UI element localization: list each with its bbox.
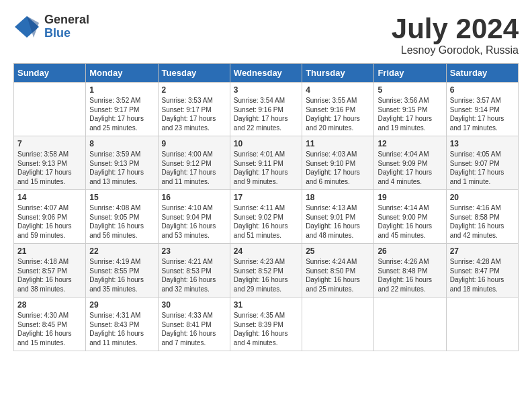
day-info: Sunrise: 4:04 AMSunset: 9:09 PMDaylight:… — [378, 150, 442, 186]
day-number: 31 — [234, 300, 298, 310]
calendar-table: SundayMondayTuesdayWednesdayThursdayFrid… — [13, 63, 519, 351]
day-number: 3 — [234, 85, 298, 95]
day-info: Sunrise: 3:56 AMSunset: 9:15 PMDaylight:… — [378, 96, 442, 132]
day-info: Sunrise: 4:19 AMSunset: 8:55 PMDaylight:… — [89, 257, 154, 293]
day-number: 17 — [234, 193, 298, 202]
day-number: 14 — [17, 193, 82, 202]
calendar-cell: 16 Sunrise: 4:10 AMSunset: 9:04 PMDaylig… — [158, 190, 230, 244]
day-number: 27 — [450, 246, 515, 256]
title-block: July 2024 Lesnoy Gorodok, Russia — [392, 13, 519, 56]
day-number: 22 — [89, 246, 154, 256]
header-day-saturday: Saturday — [446, 64, 518, 83]
day-number: 8 — [89, 139, 154, 148]
day-number: 5 — [378, 85, 442, 95]
day-number: 10 — [234, 139, 298, 148]
calendar-cell: 24 Sunrise: 4:23 AMSunset: 8:52 PMDaylig… — [230, 244, 302, 298]
calendar-cell: 1 Sunrise: 3:52 AMSunset: 9:17 PMDayligh… — [86, 83, 158, 136]
day-info: Sunrise: 4:03 AMSunset: 9:10 PMDaylight:… — [306, 150, 370, 186]
day-number: 18 — [306, 193, 370, 202]
calendar-cell: 18 Sunrise: 4:13 AMSunset: 9:01 PMDaylig… — [302, 190, 374, 244]
week-row-3: 14 Sunrise: 4:07 AMSunset: 9:06 PMDaylig… — [14, 190, 519, 244]
day-info: Sunrise: 3:57 AMSunset: 9:14 PMDaylight:… — [450, 96, 515, 132]
day-info: Sunrise: 4:28 AMSunset: 8:47 PMDaylight:… — [450, 257, 515, 293]
day-info: Sunrise: 4:26 AMSunset: 8:48 PMDaylight:… — [378, 257, 442, 293]
header-day-thursday: Thursday — [302, 64, 374, 83]
header-row: SundayMondayTuesdayWednesdayThursdayFrid… — [14, 64, 519, 83]
day-info: Sunrise: 4:35 AMSunset: 8:39 PMDaylight:… — [234, 311, 298, 347]
day-info: Sunrise: 4:07 AMSunset: 9:06 PMDaylight:… — [17, 203, 82, 240]
header-day-sunday: Sunday — [14, 64, 86, 83]
day-number: 2 — [162, 85, 226, 95]
location-title: Lesnoy Gorodok, Russia — [392, 44, 519, 56]
day-info: Sunrise: 4:13 AMSunset: 9:01 PMDaylight:… — [306, 203, 370, 240]
month-title: July 2024 — [392, 13, 519, 44]
day-number: 13 — [450, 139, 515, 148]
day-number: 28 — [17, 300, 82, 310]
day-number: 12 — [378, 139, 442, 148]
day-info: Sunrise: 3:58 AMSunset: 9:13 PMDaylight:… — [17, 150, 82, 186]
calendar-cell — [14, 83, 86, 136]
day-number: 16 — [162, 193, 226, 202]
day-info: Sunrise: 4:05 AMSunset: 9:07 PMDaylight:… — [450, 150, 515, 186]
day-info: Sunrise: 4:11 AMSunset: 9:02 PMDaylight:… — [234, 203, 298, 240]
calendar-cell: 13 Sunrise: 4:05 AMSunset: 9:07 PMDaylig… — [446, 136, 518, 190]
day-info: Sunrise: 3:53 AMSunset: 9:17 PMDaylight:… — [162, 96, 226, 132]
calendar-cell: 6 Sunrise: 3:57 AMSunset: 9:14 PMDayligh… — [446, 83, 518, 136]
calendar-cell: 20 Sunrise: 4:16 AMSunset: 8:58 PMDaylig… — [446, 190, 518, 244]
day-info: Sunrise: 4:00 AMSunset: 9:12 PMDaylight:… — [162, 150, 226, 186]
calendar-cell — [374, 298, 446, 351]
calendar-cell: 26 Sunrise: 4:26 AMSunset: 8:48 PMDaylig… — [374, 244, 446, 298]
day-number: 6 — [450, 85, 515, 95]
week-row-4: 21 Sunrise: 4:18 AMSunset: 8:57 PMDaylig… — [14, 244, 519, 298]
logo: General Blue — [13, 13, 89, 40]
day-info: Sunrise: 4:24 AMSunset: 8:50 PMDaylight:… — [306, 257, 370, 293]
calendar-cell — [446, 298, 518, 351]
day-number: 25 — [306, 246, 370, 256]
calendar-cell: 17 Sunrise: 4:11 AMSunset: 9:02 PMDaylig… — [230, 190, 302, 244]
calendar-cell: 4 Sunrise: 3:55 AMSunset: 9:16 PMDayligh… — [302, 83, 374, 136]
day-number: 26 — [378, 246, 442, 256]
day-number: 1 — [89, 85, 154, 95]
calendar-cell: 30 Sunrise: 4:33 AMSunset: 8:41 PMDaylig… — [158, 298, 230, 351]
day-info: Sunrise: 4:21 AMSunset: 8:53 PMDaylight:… — [162, 257, 226, 293]
day-number: 11 — [306, 139, 370, 148]
calendar-cell: 11 Sunrise: 4:03 AMSunset: 9:10 PMDaylig… — [302, 136, 374, 190]
day-number: 30 — [162, 300, 226, 310]
day-number: 15 — [89, 193, 154, 202]
day-number: 20 — [450, 193, 515, 202]
calendar-cell: 31 Sunrise: 4:35 AMSunset: 8:39 PMDaylig… — [230, 298, 302, 351]
day-info: Sunrise: 3:52 AMSunset: 9:17 PMDaylight:… — [89, 96, 154, 132]
logo-general-text: General — [44, 13, 89, 27]
day-info: Sunrise: 4:18 AMSunset: 8:57 PMDaylight:… — [17, 257, 82, 293]
calendar-cell: 3 Sunrise: 3:54 AMSunset: 9:16 PMDayligh… — [230, 83, 302, 136]
day-info: Sunrise: 4:10 AMSunset: 9:04 PMDaylight:… — [162, 203, 226, 240]
day-info: Sunrise: 4:33 AMSunset: 8:41 PMDaylight:… — [162, 311, 226, 347]
calendar-cell — [302, 298, 374, 351]
calendar-cell: 27 Sunrise: 4:28 AMSunset: 8:47 PMDaylig… — [446, 244, 518, 298]
calendar-cell: 22 Sunrise: 4:19 AMSunset: 8:55 PMDaylig… — [86, 244, 158, 298]
calendar-cell: 19 Sunrise: 4:14 AMSunset: 9:00 PMDaylig… — [374, 190, 446, 244]
calendar-cell: 14 Sunrise: 4:07 AMSunset: 9:06 PMDaylig… — [14, 190, 86, 244]
logo-blue-text: Blue — [44, 27, 89, 40]
day-number: 29 — [89, 300, 154, 310]
day-number: 4 — [306, 85, 370, 95]
day-info: Sunrise: 4:23 AMSunset: 8:52 PMDaylight:… — [234, 257, 298, 293]
day-number: 23 — [162, 246, 226, 256]
header-day-wednesday: Wednesday — [230, 64, 302, 83]
week-row-1: 1 Sunrise: 3:52 AMSunset: 9:17 PMDayligh… — [14, 83, 519, 136]
day-info: Sunrise: 4:01 AMSunset: 9:11 PMDaylight:… — [234, 150, 298, 186]
header-day-tuesday: Tuesday — [158, 64, 230, 83]
day-info: Sunrise: 4:30 AMSunset: 8:45 PMDaylight:… — [17, 311, 82, 347]
calendar-cell: 2 Sunrise: 3:53 AMSunset: 9:17 PMDayligh… — [158, 83, 230, 136]
day-info: Sunrise: 4:14 AMSunset: 9:00 PMDaylight:… — [378, 203, 442, 240]
calendar-cell: 7 Sunrise: 3:58 AMSunset: 9:13 PMDayligh… — [14, 136, 86, 190]
header-day-monday: Monday — [86, 64, 158, 83]
day-number: 21 — [17, 246, 82, 256]
day-number: 7 — [17, 139, 82, 148]
day-number: 24 — [234, 246, 298, 256]
calendar-cell: 12 Sunrise: 4:04 AMSunset: 9:09 PMDaylig… — [374, 136, 446, 190]
calendar-cell: 9 Sunrise: 4:00 AMSunset: 9:12 PMDayligh… — [158, 136, 230, 190]
calendar-cell: 21 Sunrise: 4:18 AMSunset: 8:57 PMDaylig… — [14, 244, 86, 298]
calendar-cell: 29 Sunrise: 4:31 AMSunset: 8:43 PMDaylig… — [86, 298, 158, 351]
calendar-cell: 25 Sunrise: 4:24 AMSunset: 8:50 PMDaylig… — [302, 244, 374, 298]
